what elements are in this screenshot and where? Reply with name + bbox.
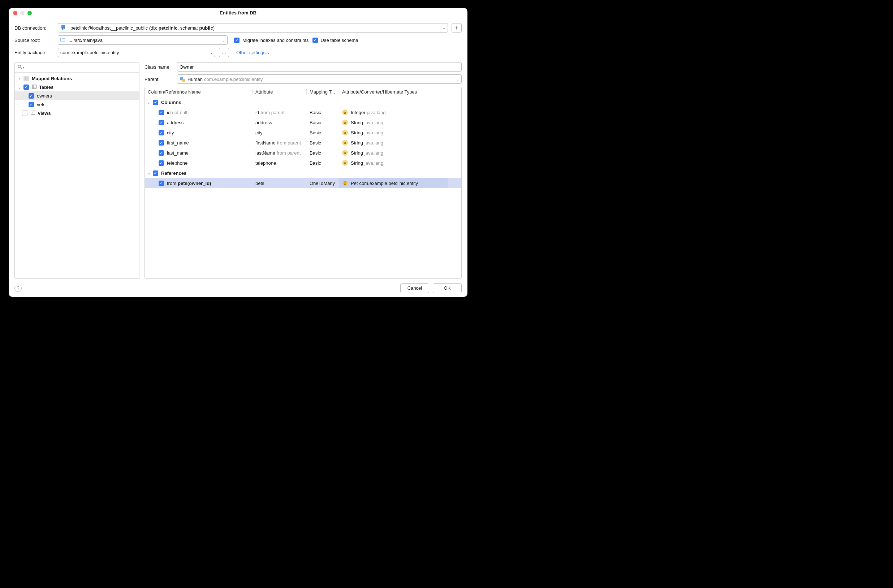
attribute-type-icon: a — [342, 120, 348, 125]
label-class-name: Class name: — [144, 64, 174, 70]
check-icon: ✓ — [29, 102, 34, 107]
help-icon: ? — [17, 285, 19, 291]
tree-label: vets — [37, 102, 45, 107]
tree-node-owners[interactable]: ✓ owners — [15, 92, 139, 100]
checkbox-migrate[interactable]: ✓ Migrate indexes and constraints — [234, 38, 309, 43]
row-entity-package: Entity package: com.example.petclinic.en… — [15, 48, 462, 57]
entity-package-select[interactable]: com.example.petclinic.entity ⌄ — [58, 48, 215, 57]
header-col2[interactable]: Attribute — [253, 89, 307, 95]
attribute-type-icon: a — [342, 150, 348, 156]
chevron-down-icon: ⌄ — [222, 38, 225, 42]
check-icon[interactable]: ✓ — [159, 160, 164, 166]
grid-row[interactable]: ✓ id not null id from parent Basic a Int… — [145, 107, 461, 117]
row-source-root: Source root: .../src/main/java ⌄ ✓ Migra… — [15, 35, 462, 45]
attribute-type-icon: a — [342, 110, 348, 115]
check-icon[interactable]: ✓ — [159, 130, 164, 135]
footer: ? Cancel OK — [9, 279, 468, 297]
parent-select[interactable]: Human com.example.petclinic.entity ⌄ — [177, 74, 462, 84]
attribute-type-icon: a — [342, 140, 348, 146]
maximize-icon[interactable] — [27, 11, 32, 15]
chevron-down-icon: ⌄ — [456, 77, 459, 81]
check-icon: ✓ — [24, 76, 29, 81]
help-button[interactable]: ? — [15, 284, 22, 292]
views-icon — [30, 110, 35, 116]
grid-row[interactable]: ✓ last_name lastName from parent Basic a… — [145, 148, 461, 158]
chevron-down-icon: ⌄ — [146, 101, 151, 104]
close-icon[interactable] — [13, 11, 17, 15]
label-source-root: Source root: — [15, 38, 54, 43]
traffic-lights — [9, 11, 32, 15]
tree-search-input[interactable]: ▾ — [15, 63, 139, 72]
svg-rect-4 — [33, 85, 36, 89]
section-references[interactable]: ⌄ ✓ References — [145, 168, 461, 178]
header-col4[interactable]: Attribute/Converter/Hibernate Types — [339, 89, 448, 95]
label-parent: Parent: — [144, 77, 174, 82]
check-icon[interactable]: ✓ — [159, 110, 164, 115]
check-icon[interactable]: ✓ — [159, 150, 164, 156]
cancel-button[interactable]: Cancel — [400, 283, 429, 293]
content: DB connection: petclinic@localhost__petc… — [9, 18, 468, 279]
section-label: References — [161, 170, 186, 176]
class-name-input[interactable] — [177, 62, 462, 72]
source-root-select[interactable]: .../src/main/java ⌄ — [58, 35, 228, 45]
tree-node-vets[interactable]: ✓ vets — [15, 100, 139, 109]
grid-row[interactable]: ✓ telephone telephone Basic a String jav… — [145, 158, 461, 168]
svg-point-1 — [64, 26, 65, 26]
chevron-right-icon: › — [17, 77, 22, 81]
source-root-text: .../src/main/java — [70, 38, 102, 43]
tree-node-tables[interactable]: ⌄ ✓ Tables — [15, 83, 139, 92]
checkbox-use-table-schema[interactable]: ✓ Use table schema — [313, 38, 358, 43]
header-col3[interactable]: Mapping T... — [307, 89, 339, 95]
check-icon: ✓ — [24, 84, 29, 90]
minimize-icon — [20, 11, 24, 15]
ellipsis-icon: … — [222, 50, 227, 55]
grid-row[interactable]: ✓ city city Basic a String java.lang — [145, 128, 461, 138]
svg-point-2 — [18, 65, 21, 68]
checkbox-use-table-schema-label: Use table schema — [321, 38, 358, 43]
grid-row-reference[interactable]: ✓ from pets(owner_id) pets OneToMany Pet… — [145, 178, 461, 188]
db-elephant-icon — [60, 24, 68, 32]
chevron-down-icon: ⌄ — [442, 26, 445, 30]
window-title: Entities from DB — [9, 10, 468, 15]
chevron-down-icon: ⌄ — [267, 51, 270, 54]
tree-label: Mapped Relations — [32, 76, 72, 81]
check-icon[interactable]: ✓ — [159, 140, 164, 146]
section-columns[interactable]: ⌄ ✓ Columns — [145, 97, 461, 107]
db-connection-select[interactable]: petclinic@localhost__petclinic_public (d… — [58, 23, 448, 33]
entity-package-browse-button[interactable]: … — [219, 48, 229, 57]
grid-row[interactable]: ✓ address address Basic a String java.la… — [145, 117, 461, 128]
entity-type-icon — [342, 180, 348, 186]
check-icon — [22, 111, 27, 116]
grid-header: Column/Reference Name Attribute Mapping … — [145, 87, 461, 97]
other-settings-label: Other settings — [236, 50, 266, 55]
add-connection-button[interactable]: ＋ — [451, 23, 462, 33]
tree-label: Views — [38, 111, 51, 116]
ok-button[interactable]: OK — [433, 283, 462, 293]
svg-line-3 — [21, 68, 22, 69]
check-icon[interactable]: ✓ — [159, 120, 164, 125]
tree: › ✓ Mapped Relations ⌄ ✓ Tables ✓ — [15, 72, 139, 278]
tree-node-mapped-relations[interactable]: › ✓ Mapped Relations — [15, 74, 139, 83]
row-class-name: Class name: — [144, 62, 462, 72]
tree-node-views[interactable]: Views — [15, 109, 139, 117]
header-col1[interactable]: Column/Reference Name — [145, 89, 253, 95]
grid-row[interactable]: ✓ first_name firstName from parent Basic… — [145, 138, 461, 148]
check-icon[interactable]: ✓ — [159, 180, 164, 186]
other-settings-link[interactable]: Other settings ⌄ — [236, 50, 270, 55]
chevron-down-icon: ▾ — [23, 66, 24, 69]
check-icon[interactable]: ✓ — [153, 100, 158, 105]
svg-point-0 — [62, 26, 63, 26]
svg-point-13 — [182, 79, 185, 82]
plus-icon: ＋ — [454, 24, 460, 32]
search-icon — [18, 65, 23, 71]
parent-pkg: com.example.petclinic.entity — [204, 77, 263, 82]
chevron-down-icon: ⌄ — [17, 85, 22, 89]
tree-label: owners — [37, 93, 52, 99]
attribute-type-icon: a — [342, 160, 348, 166]
middle-panels: ▾ › ✓ Mapped Relations ⌄ ✓ Tables — [15, 62, 462, 279]
chevron-down-icon: ⌄ — [210, 51, 213, 54]
label-entity-package: Entity package: — [15, 50, 54, 55]
tree-label: Tables — [39, 84, 53, 90]
row-db-connection: DB connection: petclinic@localhost__petc… — [15, 23, 462, 33]
check-icon[interactable]: ✓ — [153, 170, 158, 176]
